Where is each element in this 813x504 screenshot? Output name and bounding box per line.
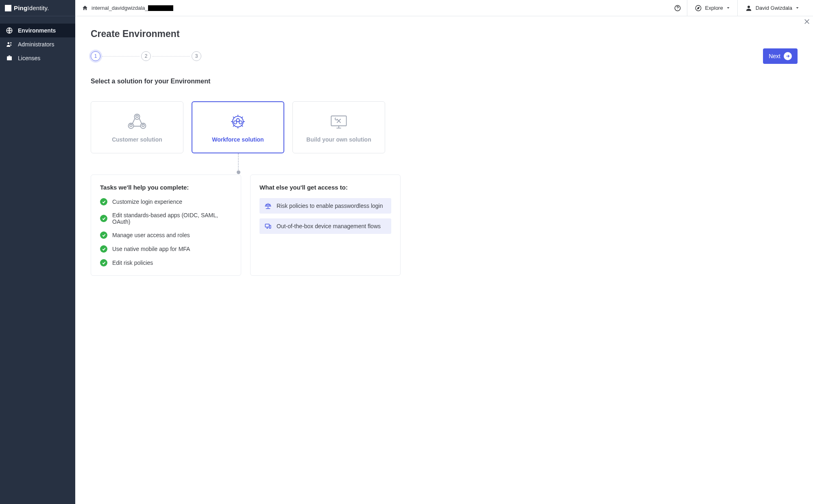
task-text: Use native mobile app for MFA — [112, 246, 190, 252]
help-button[interactable] — [668, 0, 687, 16]
explore-menu[interactable]: Explore — [687, 0, 737, 16]
card-label: Customer solution — [112, 136, 162, 143]
sidebar-nav: Environments Administrators Licenses — [0, 16, 75, 65]
sidebar-item-administrators[interactable]: Administrators — [0, 37, 75, 51]
stepper: 1 2 3 — [91, 51, 201, 61]
svg-point-14 — [234, 121, 237, 124]
chevron-down-icon — [726, 6, 730, 10]
sidebar-item-environments[interactable]: Environments — [0, 24, 75, 37]
home-icon — [82, 5, 88, 11]
page-title: Create Environment — [91, 28, 798, 39]
next-button[interactable]: Next — [763, 48, 798, 64]
task-text: Edit standards-based apps (OIDC, SAML, O… — [112, 212, 232, 225]
task-text: Edit risk policies — [112, 260, 153, 266]
svg-point-12 — [142, 124, 144, 127]
section-prompt: Select a solution for your Environment — [91, 78, 798, 85]
sidebar-item-label: Administrators — [18, 41, 54, 48]
devices-icon — [264, 223, 272, 230]
solution-customer[interactable]: Customer solution — [91, 101, 183, 153]
customer-icon — [126, 112, 148, 131]
redacted-block — [148, 5, 173, 11]
chevron-down-icon — [796, 6, 799, 10]
access-item: Risk policies to enable passwordless log… — [259, 198, 391, 214]
user-name: David Gwizdala — [756, 5, 792, 11]
step-divider — [102, 56, 139, 57]
svg-point-16 — [236, 119, 239, 122]
breadcrumb[interactable]: internal_davidgwizdala_ — [82, 5, 173, 11]
access-text: Out-of-the-box device management flows — [277, 223, 381, 229]
solution-build-your-own[interactable]: Build your own solution — [292, 101, 385, 153]
svg-point-2 — [10, 42, 11, 44]
briefcase-icon — [6, 55, 13, 62]
task-list: Customize login experience Edit standard… — [100, 198, 232, 266]
scale-icon — [264, 202, 272, 209]
main: internal_davidgwizdala_ Explore David Gw… — [75, 0, 813, 504]
task-item: Customize login experience — [100, 198, 232, 205]
step-3[interactable]: 3 — [192, 51, 201, 61]
check-icon — [100, 259, 107, 266]
sidebar-item-licenses[interactable]: Licenses — [0, 51, 75, 65]
svg-rect-19 — [269, 225, 271, 229]
svg-rect-18 — [265, 224, 269, 227]
next-label: Next — [769, 53, 780, 59]
card-label: Workforce solution — [212, 136, 264, 143]
stepper-row: 1 2 3 Next — [91, 48, 798, 64]
check-icon — [100, 245, 107, 253]
build-icon — [327, 112, 350, 131]
compass-icon — [695, 4, 702, 12]
tasks-card: Tasks we'll help you complete: Customize… — [91, 175, 241, 276]
task-item: Manage user access and roles — [100, 231, 232, 239]
sidebar-item-label: Environments — [18, 27, 56, 34]
task-text: Manage user access and roles — [112, 232, 190, 238]
user-icon — [745, 4, 752, 12]
user-menu[interactable]: David Gwizdala — [737, 0, 806, 16]
svg-point-15 — [239, 121, 242, 124]
svg-point-8 — [136, 115, 138, 118]
access-item: Out-of-the-box device management flows — [259, 218, 391, 234]
access-title: What else you'll get access to: — [259, 184, 391, 191]
arrow-right-icon — [784, 52, 792, 60]
step-1[interactable]: 1 — [91, 51, 100, 61]
task-item: Edit standards-based apps (OIDC, SAML, O… — [100, 212, 232, 225]
access-text: Risk policies to enable passwordless log… — [277, 203, 383, 209]
sidebar: PingIdentity. Environments Administrator… — [0, 0, 75, 504]
task-text: Customize login experience — [112, 199, 182, 205]
details-row: Tasks we'll help you complete: Customize… — [91, 175, 401, 276]
access-list: Risk policies to enable passwordless log… — [259, 198, 391, 234]
access-card: What else you'll get access to: Risk pol… — [250, 175, 401, 276]
sidebar-item-label: Licenses — [18, 55, 40, 61]
task-item: Use native mobile app for MFA — [100, 245, 232, 253]
step-2[interactable]: 2 — [141, 51, 151, 61]
connector — [91, 161, 401, 175]
solution-cards: Customer solution Workforce solution Bui… — [91, 101, 798, 153]
step-divider — [153, 56, 190, 57]
globe-icon — [6, 27, 13, 34]
task-item: Edit risk policies — [100, 259, 232, 266]
explore-label: Explore — [705, 5, 723, 11]
admin-icon — [6, 41, 13, 48]
svg-point-10 — [130, 124, 132, 127]
svg-point-4 — [677, 9, 678, 10]
brand-logo[interactable]: PingIdentity. — [0, 0, 75, 16]
workforce-icon — [227, 112, 249, 131]
card-label: Build your own solution — [306, 136, 371, 143]
solution-workforce[interactable]: Workforce solution — [192, 101, 284, 153]
svg-point-1 — [8, 42, 10, 44]
check-icon — [100, 198, 107, 205]
brand-logo-text: PingIdentity. — [14, 4, 49, 11]
svg-point-6 — [748, 6, 750, 8]
check-icon — [100, 215, 107, 222]
tasks-title: Tasks we'll help you complete: — [100, 184, 232, 191]
breadcrumb-text: internal_davidgwizdala_ — [92, 5, 173, 11]
check-icon — [100, 231, 107, 239]
content: Create Environment 1 2 3 Next Select a s… — [75, 16, 813, 504]
help-icon — [674, 4, 681, 12]
topbar: internal_davidgwizdala_ Explore David Gw… — [75, 0, 813, 16]
brand-logo-mark — [5, 5, 11, 11]
